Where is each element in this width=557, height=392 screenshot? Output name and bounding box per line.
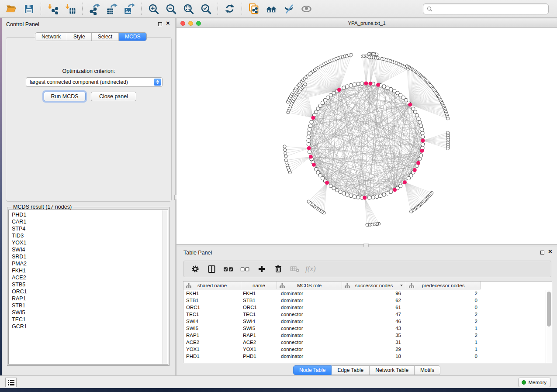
table-cell[interactable]: ORC1: [241, 304, 277, 311]
graph-node[interactable]: [349, 194, 353, 197]
graph-node[interactable]: [386, 86, 389, 89]
graph-node[interactable]: [353, 195, 356, 198]
graph-satellite-node[interactable]: [284, 159, 287, 162]
table-cell[interactable]: 47: [342, 311, 406, 318]
memory-button[interactable]: Memory: [518, 378, 551, 387]
table-cell[interactable]: dominator: [277, 290, 342, 297]
table-cell[interactable]: 1: [406, 339, 481, 346]
graph-mcds-hub-node[interactable]: [364, 82, 368, 86]
graph-node[interactable]: [421, 143, 425, 146]
table-cell[interactable]: dominator: [277, 353, 342, 360]
column-header-name[interactable]: name: [241, 282, 277, 289]
table-cell[interactable]: STB1: [241, 297, 277, 304]
table-cell[interactable]: FKH1: [241, 290, 277, 297]
mcds-result-item[interactable]: SWI5: [9, 309, 168, 316]
mcds-result-item[interactable]: STB1: [9, 302, 168, 309]
graph-node[interactable]: [421, 135, 425, 138]
export-image-icon[interactable]: [121, 1, 138, 16]
table-cell[interactable]: dominator: [277, 332, 342, 339]
table-cell[interactable]: 43: [342, 325, 406, 332]
graph-node[interactable]: [353, 83, 356, 86]
graph-node[interactable]: [332, 91, 336, 95]
hide-selected-icon[interactable]: [280, 1, 298, 16]
column-header-mcds-role[interactable]: MCDS role: [277, 282, 342, 289]
graph-satellite-node[interactable]: [283, 145, 286, 148]
network-graph[interactable]: [176, 28, 557, 245]
table-scrollbar-track[interactable]: [546, 290, 552, 363]
graph-mcds-hub-node[interactable]: [309, 155, 313, 159]
mcds-result-list[interactable]: PHD1CAR1STP4TID3YOX1SWI4SRD1PMA2FKH1ACE2…: [8, 210, 168, 364]
table-cell[interactable]: TEC1: [183, 311, 241, 318]
graph-node[interactable]: [386, 192, 389, 195]
graph-mcds-hub-node[interactable]: [413, 168, 417, 172]
table-scrollbar-thumb[interactable]: [547, 292, 551, 327]
task-history-button[interactable]: [5, 378, 17, 387]
mcds-result-item[interactable]: YOX1: [9, 239, 168, 246]
deselect-all-columns-icon[interactable]: [238, 262, 252, 275]
table-row[interactable]: STB1STB1dominator620: [183, 297, 545, 304]
table-cell[interactable]: FKH1: [183, 290, 241, 297]
network-canvas[interactable]: [176, 28, 557, 244]
graph-node[interactable]: [308, 150, 311, 154]
table-cell[interactable]: ORC1: [183, 304, 241, 311]
table-cell[interactable]: ACE2: [183, 339, 241, 346]
mcds-result-item[interactable]: ORC1: [9, 288, 168, 295]
graph-node[interactable]: [419, 154, 422, 157]
mcds-result-item[interactable]: SWI4: [9, 246, 168, 253]
graph-node[interactable]: [315, 110, 318, 113]
list-scrollbar-track[interactable]: [163, 210, 167, 364]
table-cell[interactable]: STB1: [183, 297, 241, 304]
graph-satellite-node[interactable]: [375, 53, 378, 56]
table-cell[interactable]: SWI4: [183, 318, 241, 325]
tab-network-table[interactable]: Network Table: [370, 365, 415, 375]
graph-node[interactable]: [307, 139, 310, 142]
table-cell[interactable]: 2: [406, 318, 481, 325]
table-cell[interactable]: 1: [406, 346, 481, 353]
graph-node[interactable]: [420, 127, 423, 131]
graph-mcds-hub-node[interactable]: [363, 196, 367, 200]
graph-satellite-node[interactable]: [446, 147, 450, 150]
graph-node[interactable]: [412, 107, 415, 110]
table-cell[interactable]: SWI5: [183, 325, 241, 332]
table-cell[interactable]: RAP1: [241, 332, 277, 339]
graph-node[interactable]: [360, 82, 363, 85]
graph-node[interactable]: [407, 176, 410, 180]
mcds-result-item[interactable]: PHD1: [9, 211, 168, 218]
graph-mcds-hub-node[interactable]: [376, 83, 380, 87]
table-cell[interactable]: connector: [277, 339, 342, 346]
mcds-result-item[interactable]: STB5: [9, 281, 168, 288]
graph-mcds-hub-node[interactable]: [369, 82, 373, 86]
graph-mcds-hub-node[interactable]: [311, 116, 315, 120]
graph-satellite-node[interactable]: [307, 200, 310, 203]
table-row[interactable]: RAP1RAP1dominator352: [183, 332, 545, 339]
graph-node[interactable]: [356, 196, 360, 199]
apply-function-icon[interactable]: f(x): [305, 265, 316, 273]
table-cell[interactable]: YOX1: [183, 346, 241, 353]
graph-node[interactable]: [415, 113, 419, 117]
import-table-icon[interactable]: [62, 1, 79, 16]
table-cell[interactable]: SWI4: [241, 318, 277, 325]
graph-node[interactable]: [375, 195, 379, 198]
tab-network[interactable]: Network: [35, 33, 67, 41]
table-row[interactable]: FKH1FKH1dominator962: [183, 290, 545, 297]
graph-node[interactable]: [307, 143, 310, 146]
import-network-icon[interactable]: [44, 1, 62, 16]
table-cell[interactable]: TEC1: [241, 311, 277, 318]
table-row[interactable]: YOX1YOX1connector291: [183, 346, 545, 353]
column-header-shared-name[interactable]: shared name: [183, 282, 241, 289]
optimization-criterion-dropdown[interactable]: largest connected component (undirected): [26, 77, 163, 87]
float-panel-icon[interactable]: [158, 22, 162, 26]
table-row[interactable]: TEC1TEC1connector472: [183, 311, 545, 318]
zoom-in-icon[interactable]: [145, 1, 162, 16]
mcds-result-item[interactable]: STP4: [9, 225, 168, 232]
graph-node[interactable]: [418, 120, 422, 124]
mcds-result-item[interactable]: ACE2: [9, 274, 168, 281]
table-cell[interactable]: 35: [342, 332, 406, 339]
zoom-fit-icon[interactable]: [180, 1, 197, 16]
graph-satellite-node[interactable]: [284, 151, 287, 155]
table-cell[interactable]: ACE2: [241, 339, 277, 346]
close-panel-button[interactable]: Close panel: [91, 92, 136, 101]
first-neighbors-icon[interactable]: [263, 1, 280, 16]
graph-satellite-node[interactable]: [410, 210, 413, 213]
table-cell[interactable]: PHD1: [183, 353, 241, 360]
